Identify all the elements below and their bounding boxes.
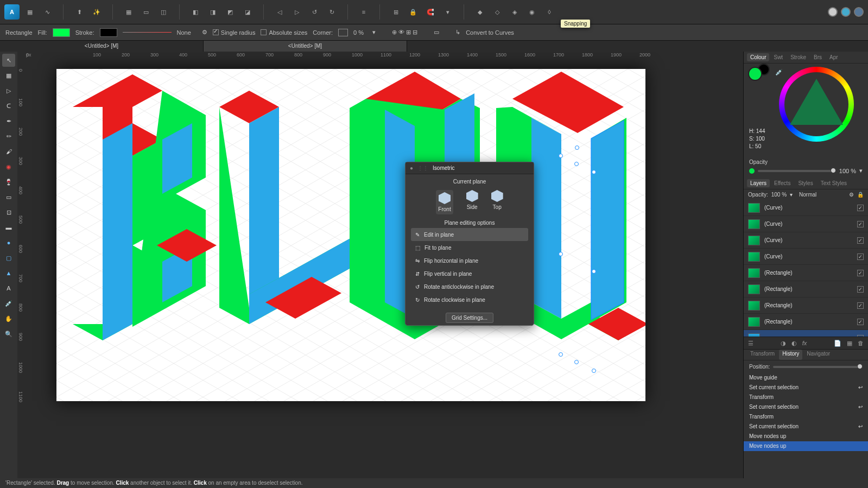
canvas-area[interactable]: px 0100 200300 400500 600700 800900 1000… bbox=[17, 52, 743, 478]
tab-layers[interactable]: Layers bbox=[747, 179, 770, 187]
selection-node[interactable] bbox=[559, 154, 563, 158]
bounds-icon[interactable]: ▭ bbox=[139, 5, 153, 19]
grid-toolbar-icon[interactable]: ▦ bbox=[23, 5, 37, 19]
tab-styles[interactable]: Styles bbox=[795, 179, 816, 187]
grid-settings-button[interactable]: Grid Settings... bbox=[446, 313, 493, 323]
layer-row[interactable]: (Rectangle)✓ bbox=[744, 281, 868, 297]
convert-curves-button[interactable]: Convert to Curves bbox=[466, 29, 514, 36]
group-icon[interactable]: ▦ bbox=[847, 340, 852, 347]
history-item[interactable]: Set current selection↩ bbox=[744, 383, 868, 392]
layer-row[interactable]: (Curve)✓ bbox=[744, 216, 868, 232]
node-tool-icon[interactable]: ▷ bbox=[2, 84, 15, 97]
history-item[interactable]: Move guide bbox=[744, 373, 868, 383]
move-tool-icon[interactable]: ↖ bbox=[2, 54, 15, 67]
snap-grid-icon[interactable]: ⊞ bbox=[389, 5, 403, 19]
hand-tool-icon[interactable]: ✋ bbox=[2, 312, 15, 325]
pencil-tool-icon[interactable]: ✏ bbox=[2, 130, 15, 143]
doc-tab-1[interactable]: <Untitled> [M] bbox=[204, 41, 407, 52]
corner-type-dropdown[interactable] bbox=[338, 29, 348, 36]
link-icon[interactable]: ∿ bbox=[40, 5, 54, 19]
persona-pixel-icon[interactable] bbox=[841, 7, 851, 17]
selection-node[interactable] bbox=[575, 145, 579, 150]
snap-lock-icon[interactable]: 🔒 bbox=[406, 5, 420, 19]
grid-icon[interactable]: ▦ bbox=[122, 5, 136, 19]
history-item[interactable]: Transform bbox=[744, 412, 868, 422]
fit-to-plane-button[interactable]: ⬚Fit to plane bbox=[411, 241, 528, 254]
corner-tool-icon[interactable]: ᑕ bbox=[2, 99, 15, 112]
layer-row[interactable]: (Rectangle)✓ bbox=[744, 314, 868, 330]
layers-view-icon[interactable]: ☰ bbox=[748, 340, 753, 347]
rotate-cw-plane-button[interactable]: ↻Rotate clockwise in plane bbox=[411, 293, 528, 306]
opacity-dropdown-icon[interactable]: ▾ bbox=[859, 167, 863, 174]
zoom-tool-icon[interactable]: 🔍 bbox=[2, 327, 15, 340]
arrange-backward-icon[interactable]: ◨ bbox=[206, 5, 220, 19]
selection-node[interactable] bbox=[592, 170, 596, 174]
edit-in-plane-button[interactable]: ✎Edit in plane bbox=[411, 228, 528, 241]
transparency-tool-icon[interactable]: 🍷 bbox=[2, 175, 15, 188]
fx-icon[interactable]: fx bbox=[802, 340, 807, 346]
layer-row[interactable]: (Curve)✓ bbox=[744, 249, 868, 265]
panel-drag-icon[interactable]: ⋮⋮ bbox=[417, 165, 428, 171]
isometric-panel[interactable]: ● ⋮⋮ Isometric Current plane Front Side … bbox=[405, 162, 534, 326]
selection-node[interactable] bbox=[574, 162, 579, 166]
stroke-swatch[interactable] bbox=[100, 28, 117, 37]
colour-wheel[interactable] bbox=[779, 67, 854, 142]
shape-triangle-tool-icon[interactable]: ▲ bbox=[2, 267, 15, 280]
stroke-value[interactable]: None bbox=[177, 29, 191, 36]
doc-tab-0[interactable]: <Untitled> [M] bbox=[0, 41, 204, 52]
history-item[interactable]: Set current selection↩ bbox=[744, 402, 868, 412]
flip-v-plane-button[interactable]: ⇵Flip vertical in plane bbox=[411, 267, 528, 280]
boolean-add-icon[interactable]: ◆ bbox=[473, 5, 487, 19]
layer-lock-icon[interactable]: 🔒 bbox=[857, 192, 864, 198]
blend-mode-dropdown[interactable]: Normal bbox=[799, 192, 816, 198]
shape-ellipse-tool-icon[interactable]: ● bbox=[2, 236, 15, 249]
tab-transform[interactable]: Transform bbox=[747, 350, 778, 360]
selection-node[interactable] bbox=[592, 369, 596, 373]
place-image-tool-icon[interactable]: ▭ bbox=[2, 191, 15, 204]
rotate-ccw-icon[interactable]: ↺ bbox=[307, 5, 321, 19]
layer-row[interactable]: (Rectangle)✓ bbox=[744, 297, 868, 314]
boolean-div-icon[interactable]: ◊ bbox=[542, 5, 556, 19]
fill-colour-circle[interactable] bbox=[748, 67, 762, 81]
history-item[interactable]: Move nodes up bbox=[744, 432, 868, 441]
snapping-icon[interactable]: 🧲 bbox=[423, 5, 438, 19]
layer-settings-icon[interactable]: ⚙ bbox=[849, 192, 854, 198]
effects-icon[interactable]: ✨ bbox=[90, 5, 104, 19]
brush-tool-icon[interactable]: 🖌 bbox=[2, 145, 15, 158]
align-icon[interactable]: ≡ bbox=[357, 5, 371, 19]
close-icon[interactable]: ● bbox=[410, 165, 413, 171]
selection-node[interactable] bbox=[592, 269, 596, 274]
history-item[interactable]: Move nodes up bbox=[744, 441, 868, 451]
snap-dropdown-icon[interactable]: ▾ bbox=[441, 5, 455, 19]
boolean-xor-icon[interactable]: ◉ bbox=[525, 5, 539, 19]
fill-swatch[interactable] bbox=[53, 28, 70, 37]
plane-side-button[interactable]: Side bbox=[466, 190, 478, 214]
arrange-back-icon[interactable]: ◧ bbox=[188, 5, 202, 19]
layer-opacity-value[interactable]: 100 % bbox=[771, 192, 787, 198]
history-item[interactable]: Transform bbox=[744, 392, 868, 402]
crop-tool-icon[interactable]: ⊡ bbox=[2, 206, 15, 219]
boolean-int-icon[interactable]: ◈ bbox=[508, 5, 522, 19]
layer-row[interactable]: (Rectangle)✓ bbox=[744, 265, 868, 281]
perspective-icon[interactable]: ◫ bbox=[156, 5, 170, 19]
tab-brushes[interactable]: Brs bbox=[810, 53, 825, 61]
delete-layer-icon[interactable]: 🗑 bbox=[858, 340, 864, 346]
flip-h-icon[interactable]: ◁ bbox=[273, 5, 287, 19]
history-slider[interactable] bbox=[773, 366, 863, 368]
tab-colour[interactable]: Colour bbox=[747, 53, 769, 61]
rotate-acw-plane-button[interactable]: ↺Rotate anticlockwise in plane bbox=[411, 280, 528, 293]
adjustment-icon[interactable]: ◐ bbox=[791, 340, 797, 347]
absolute-sizes-checkbox[interactable]: Absolute sizes bbox=[261, 29, 307, 36]
boolean-sub-icon[interactable]: ◇ bbox=[490, 5, 504, 19]
shape-rect-tool-icon[interactable]: ▬ bbox=[2, 221, 15, 234]
layer-row[interactable]: (Curve)✓ bbox=[744, 232, 868, 249]
plane-top-button[interactable]: Top bbox=[491, 190, 503, 214]
artboard-tool-icon[interactable]: ▦ bbox=[2, 69, 15, 82]
layer-row[interactable]: (Curve)✓ bbox=[744, 200, 868, 216]
history-item[interactable]: Set current selection↩ bbox=[744, 422, 868, 432]
rotate-cw-icon[interactable]: ↻ bbox=[325, 5, 339, 19]
selection-node[interactable] bbox=[559, 352, 563, 357]
opacity-value[interactable]: 100 % bbox=[839, 168, 856, 174]
tab-effects[interactable]: Effects bbox=[771, 179, 794, 187]
persona-designer-icon[interactable] bbox=[828, 7, 838, 17]
